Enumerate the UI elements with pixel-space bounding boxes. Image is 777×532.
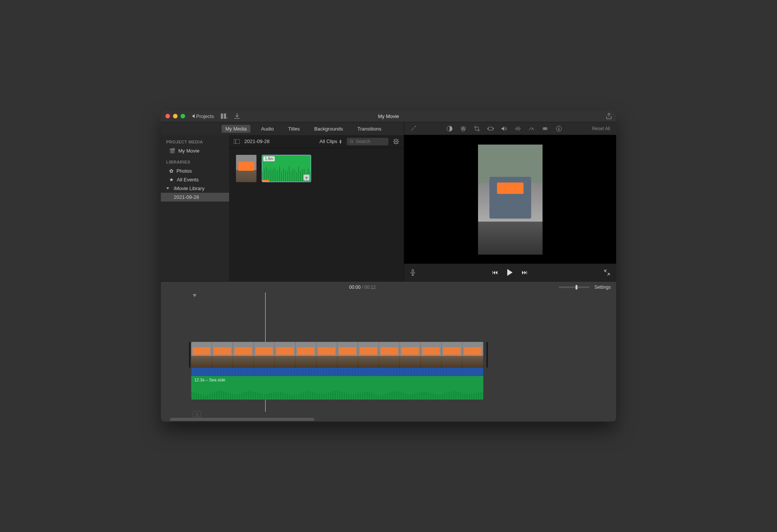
svg-line-12 <box>394 139 395 140</box>
clip-filter-dropdown[interactable]: All Clips ▲▼ <box>319 139 342 144</box>
sidebar-item-all-events[interactable]: ★ All Events <box>161 175 229 184</box>
sidebar-toggle-icon[interactable] <box>234 139 240 144</box>
libraries-header: LIBRARIES <box>161 158 229 167</box>
clip-filter-icon[interactable] <box>542 126 548 132</box>
media-browser-pane: My Media Audio Titles Backgrounds Transi… <box>161 122 404 281</box>
clip-handle-left[interactable] <box>189 342 190 368</box>
video-frame-thumb <box>191 342 212 368</box>
svg-line-5 <box>352 142 353 143</box>
tab-titles[interactable]: Titles <box>285 125 304 133</box>
svg-line-15 <box>398 139 398 140</box>
svg-point-30 <box>544 127 547 130</box>
clips-area[interactable]: 1.8m + <box>229 148 404 281</box>
video-viewer[interactable] <box>404 135 616 264</box>
timeline-tracks: 12.3s – Sea side <box>191 342 601 400</box>
noise-reduction-icon[interactable] <box>515 126 521 132</box>
svg-rect-1 <box>224 113 226 119</box>
zoom-slider[interactable] <box>559 286 589 288</box>
video-audio-waveform[interactable] <box>191 368 483 376</box>
search-field[interactable] <box>347 138 388 145</box>
crop-icon[interactable] <box>474 126 480 132</box>
video-clip-thumb[interactable] <box>236 155 256 182</box>
svg-rect-0 <box>221 113 223 119</box>
traffic-lights <box>165 114 185 118</box>
window-title: My Movie <box>378 113 399 119</box>
tab-my-media[interactable]: My Media <box>222 125 250 133</box>
media-tabs: My Media Audio Titles Backgrounds Transi… <box>161 122 404 135</box>
preview-pane: Reset All ⏮ ⏭ <box>404 122 616 281</box>
reset-all-button[interactable]: Reset All <box>592 126 610 131</box>
clip-browser: 2021-09-28 All Clips ▲▼ <box>229 135 404 281</box>
skip-back-icon[interactable]: ⏮ <box>492 269 498 276</box>
close-window-icon[interactable] <box>165 114 170 118</box>
timeline-ruler[interactable] <box>161 293 616 299</box>
tab-backgrounds[interactable]: Backgrounds <box>310 125 347 133</box>
horizontal-scrollbar[interactable] <box>170 418 314 421</box>
back-label: Projects <box>196 113 214 119</box>
star-icon: ★ <box>169 177 174 183</box>
timeline-settings-button[interactable]: Settings <box>595 285 611 290</box>
preview-frame <box>478 145 543 255</box>
volume-icon[interactable] <box>501 126 507 132</box>
adjust-toolbar: Reset All <box>404 122 616 135</box>
sidebar-item-project[interactable]: 🎬 My Movie <box>161 146 229 155</box>
audio-track[interactable]: 12.3s – Sea side <box>191 376 483 400</box>
search-input[interactable] <box>356 139 385 144</box>
updown-icon: ▲▼ <box>339 139 342 144</box>
svg-rect-20 <box>488 127 493 130</box>
clapperboard-icon: 🎬 <box>169 148 175 154</box>
minimize-window-icon[interactable] <box>173 114 178 118</box>
library-sidebar: PROJECT MEDIA 🎬 My Movie LIBRARIES ✿ Pho… <box>161 135 229 281</box>
timeline-header: 00:00 / 00:12 Settings <box>161 281 616 293</box>
svg-rect-2 <box>234 139 240 144</box>
svg-line-14 <box>394 143 395 144</box>
svg-point-33 <box>558 127 559 127</box>
flower-icon: ✿ <box>169 168 173 174</box>
gear-icon[interactable] <box>393 139 399 145</box>
stabilization-icon[interactable] <box>488 126 494 132</box>
library-view-icon[interactable] <box>221 113 228 119</box>
timeline-index: 00:00 / 00:12 <box>166 285 559 290</box>
fullscreen-window-icon[interactable] <box>181 114 185 118</box>
voiceover-mic-icon[interactable] <box>410 269 415 276</box>
disclosure-triangle-icon[interactable] <box>166 187 169 189</box>
project-name: My Movie <box>178 148 200 154</box>
audio-track-label: 12.3s – Sea side <box>194 378 225 382</box>
svg-rect-34 <box>412 269 414 273</box>
import-icon[interactable] <box>234 113 240 119</box>
total-duration: 00:12 <box>364 285 376 290</box>
svg-point-7 <box>395 141 397 142</box>
color-correction-icon[interactable] <box>460 126 466 132</box>
sidebar-item-imovie-library[interactable]: iMovie Library <box>161 184 229 193</box>
svg-rect-21 <box>488 128 488 129</box>
upper-panes: My Media Audio Titles Backgrounds Transi… <box>161 122 616 281</box>
clip-duration-tag: 1.8m <box>263 156 275 161</box>
sidebar-item-photos[interactable]: ✿ Photos <box>161 167 229 175</box>
imovie-window: Projects My Movie My Media Audio Titles … <box>161 110 616 422</box>
play-icon[interactable] <box>507 269 513 276</box>
enhance-wand-icon[interactable] <box>410 126 416 132</box>
ruler-marker-icon <box>193 294 197 297</box>
svg-rect-22 <box>493 128 494 129</box>
info-icon[interactable] <box>556 126 562 132</box>
add-to-timeline-icon[interactable]: + <box>304 175 310 181</box>
back-to-projects-button[interactable]: Projects <box>192 113 214 119</box>
color-balance-icon[interactable] <box>447 126 453 132</box>
used-range-indicator <box>262 180 269 182</box>
sidebar-item-event[interactable]: 2021-09-28 <box>161 193 229 201</box>
skip-forward-icon[interactable]: ⏭ <box>522 269 528 276</box>
speed-icon[interactable] <box>528 126 535 132</box>
search-icon <box>350 139 354 144</box>
tab-transitions[interactable]: Transitions <box>354 125 385 133</box>
share-icon[interactable] <box>606 113 612 119</box>
browser-toolbar: 2021-09-28 All Clips ▲▼ <box>229 135 404 148</box>
timeline[interactable]: 12.3s – Sea side ♫ <box>161 293 616 422</box>
fullscreen-icon[interactable] <box>604 269 610 275</box>
project-media-header: PROJECT MEDIA <box>161 138 229 146</box>
music-well-icon[interactable]: ♫ <box>193 411 201 417</box>
chevron-left-icon <box>192 114 195 118</box>
svg-line-13 <box>398 143 398 144</box>
audio-clip-thumb[interactable]: 1.8m + <box>262 155 311 182</box>
video-track[interactable] <box>191 342 483 368</box>
tab-audio[interactable]: Audio <box>257 125 277 133</box>
